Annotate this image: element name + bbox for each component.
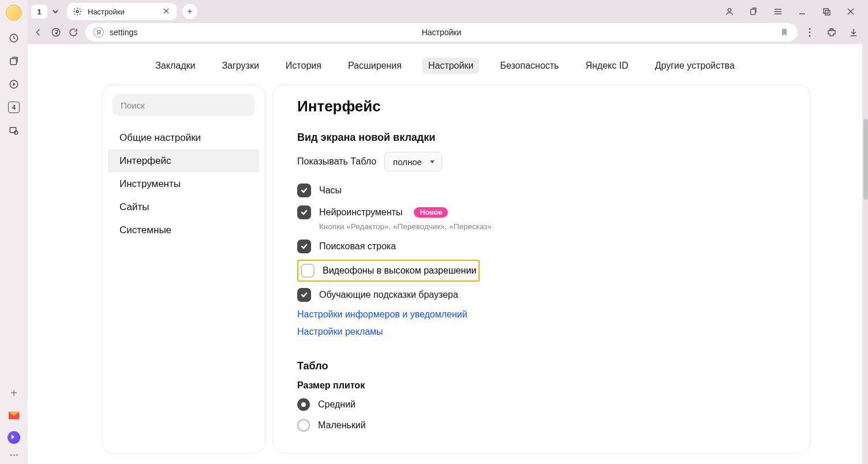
svg-point-11 (809, 28, 811, 30)
link-ads[interactable]: Настройки рекламы (297, 323, 785, 340)
radio-icon (297, 398, 310, 411)
nav-downloads[interactable]: Загрузки (216, 58, 264, 74)
extensions-icon[interactable] (749, 7, 758, 16)
svg-point-12 (809, 32, 811, 33)
yandex-icon[interactable] (51, 27, 61, 38)
omnibox[interactable]: Я settings Настройки (85, 23, 798, 42)
nav-history[interactable]: История (280, 58, 327, 74)
new-tab-button[interactable]: + (182, 4, 197, 19)
tile-size-label: Размер плиток (297, 380, 785, 391)
tabs-dropdown-icon[interactable] (50, 6, 61, 17)
scrollbar-thumb[interactable] (863, 119, 868, 200)
nav-extensions[interactable]: Расширения (342, 58, 407, 74)
checkbox-icon (297, 240, 311, 253)
svg-rect-7 (751, 9, 755, 14)
menu-icon[interactable] (773, 7, 783, 16)
site-icon: Я (93, 27, 104, 38)
tablo-label: Показывать Табло (297, 156, 376, 167)
toolbar: Я settings Настройки (28, 21, 868, 44)
close-window-icon[interactable] (846, 7, 855, 16)
reload-icon[interactable] (68, 27, 78, 38)
url-text: settings (110, 28, 137, 37)
new-badge: Новое (414, 207, 448, 218)
radio-label: Маленький (318, 420, 366, 431)
check-label: Обучающие подсказки браузера (319, 290, 458, 300)
checkbox-icon (301, 264, 315, 278)
tablo-select[interactable]: полное (384, 152, 442, 171)
radio-small[interactable]: Маленький (297, 415, 785, 436)
page-title: Настройки (422, 28, 462, 37)
more-dots-icon[interactable] (10, 454, 18, 456)
rail-counter[interactable]: 4 (8, 102, 20, 113)
svg-rect-1 (10, 59, 17, 65)
svg-rect-8 (824, 9, 828, 13)
tab-strip: 1 Настройки + (28, 0, 868, 21)
sidebar-item-sites[interactable]: Сайты (108, 196, 259, 219)
puzzle-icon[interactable] (826, 27, 837, 38)
nav-other-devices[interactable]: Другие устройства (649, 58, 740, 74)
clock-icon[interactable] (8, 32, 20, 44)
nav-yandex-id[interactable]: Яндекс ID (579, 58, 634, 74)
check-label: Поисковая строка (319, 241, 396, 252)
svg-point-14 (831, 29, 833, 31)
sidebar-item-tools[interactable]: Инструменты (108, 173, 259, 196)
close-icon[interactable] (163, 8, 171, 16)
radio-medium[interactable]: Средний (297, 394, 785, 415)
screenshot-icon[interactable] (8, 125, 20, 136)
tab-settings[interactable]: Настройки (67, 3, 177, 20)
check-label: Часы (319, 185, 342, 196)
svg-point-5 (76, 10, 78, 13)
checkbox-icon (297, 184, 311, 197)
profile-icon[interactable] (725, 7, 734, 16)
minimize-icon[interactable] (798, 7, 807, 16)
bookmark-icon[interactable] (779, 27, 790, 38)
kebab-icon[interactable] (805, 27, 815, 38)
nav-settings[interactable]: Настройки (422, 58, 479, 74)
mail-icon[interactable] (8, 410, 20, 421)
checkbox-icon (297, 205, 311, 219)
check-label: Нейроинструменты (319, 207, 402, 218)
section-newtab-title: Вид экрана новой вкладки (297, 132, 785, 144)
plus-icon[interactable]: + (10, 387, 17, 400)
settings-main: Интерфейс Вид экрана новой вкладки Показ… (272, 84, 810, 454)
left-rail: 4 + (0, 0, 28, 464)
svg-rect-9 (825, 10, 830, 15)
check-search[interactable]: Поисковая строка (297, 235, 785, 257)
svg-point-13 (809, 35, 811, 37)
play-icon[interactable] (8, 78, 20, 90)
check-clock[interactable]: Часы (297, 179, 785, 201)
gear-icon (73, 7, 82, 16)
back-icon[interactable] (33, 27, 44, 38)
search-input[interactable]: Поиск (113, 94, 255, 116)
download-icon[interactable] (848, 27, 859, 38)
window-controls (725, 7, 863, 16)
sidebar-item-system[interactable]: Системные (108, 219, 259, 242)
sidebar-item-interface[interactable]: Интерфейс (108, 149, 259, 173)
check-neuro[interactable]: Нейроинструменты Новое (297, 201, 785, 223)
link-informers[interactable]: Настройки информеров и уведомлений (297, 306, 785, 323)
alice-icon[interactable] (8, 431, 20, 444)
check-tips[interactable]: Обучающие подсказки браузера (297, 284, 785, 306)
check-video-highlighted[interactable]: Видеофоны в высоком разрешении (297, 260, 480, 282)
check-label: Видеофоны в высоком разрешении (323, 265, 476, 276)
sidebar-item-general[interactable]: Общие настройки (108, 126, 259, 149)
section-tablo-title: Табло (297, 360, 785, 372)
svg-point-6 (728, 9, 731, 12)
tablo-value: полное (393, 157, 422, 167)
settings-page: Закладки Загрузки История Расширения Нас… (28, 44, 862, 464)
checkbox-icon (297, 288, 311, 302)
neuro-subtitle: Кнопки «Редактор», «Переводчик», «Переск… (319, 222, 785, 231)
tab-counter[interactable]: 1 (31, 5, 47, 18)
nav-security[interactable]: Безопасность (494, 58, 564, 74)
avatar[interactable] (6, 5, 22, 21)
settings-topnav: Закладки Загрузки История Расширения Нас… (28, 44, 862, 84)
maximize-icon[interactable] (822, 7, 831, 16)
radio-icon (297, 419, 310, 432)
collections-icon[interactable] (8, 55, 20, 67)
heading-interface: Интерфейс (297, 98, 785, 115)
settings-sidebar: Поиск Общие настройки Интерфейс Инструме… (102, 84, 265, 454)
tab-title: Настройки (88, 8, 157, 16)
nav-bookmarks[interactable]: Закладки (149, 58, 201, 74)
svg-rect-3 (10, 128, 16, 133)
radio-label: Средний (318, 399, 356, 410)
